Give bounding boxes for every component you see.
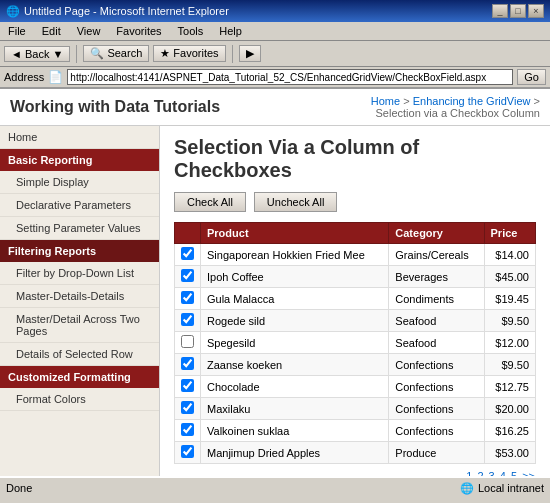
sidebar-item-setting-parameter-values[interactable]: Setting Parameter Values <box>0 217 159 240</box>
toolbar-separator2 <box>232 45 233 63</box>
row-checkbox[interactable] <box>181 247 194 260</box>
menu-view[interactable]: View <box>73 24 105 38</box>
product-category: Confections <box>389 354 484 376</box>
table-row: Ipoh CoffeeBeverages$45.00 <box>175 266 536 288</box>
table-row: SpegesildSeafood$12.00 <box>175 332 536 354</box>
check-all-button[interactable]: Check All <box>174 192 246 212</box>
page-next-link[interactable]: >> <box>522 470 535 476</box>
menu-tools[interactable]: Tools <box>174 24 208 38</box>
row-checkbox[interactable] <box>181 445 194 458</box>
go-button[interactable]: Go <box>517 69 546 85</box>
favorites-button[interactable]: ★ Favorites <box>153 45 225 62</box>
row-checkbox[interactable] <box>181 291 194 304</box>
row-checkbox[interactable] <box>181 335 194 348</box>
sidebar-category-customized-formatting[interactable]: Customized Formatting <box>0 366 159 388</box>
breadcrumb-enhancing[interactable]: Enhancing the GridView <box>413 95 531 107</box>
product-name: Maxilaku <box>201 398 389 420</box>
status-text: Done <box>6 482 32 494</box>
product-category: Beverages <box>389 266 484 288</box>
product-price: $45.00 <box>484 266 535 288</box>
page-title: Selection Via a Column of Checkboxes <box>174 136 536 182</box>
sidebar-item-simple-display[interactable]: Simple Display <box>0 171 159 194</box>
table-row: Zaanse koekenConfections$9.50 <box>175 354 536 376</box>
menu-edit[interactable]: Edit <box>38 24 65 38</box>
menu-bar: File Edit View Favorites Tools Help <box>0 22 550 41</box>
product-name: Manjimup Dried Apples <box>201 442 389 464</box>
product-name: Zaanse koeken <box>201 354 389 376</box>
product-price: $20.00 <box>484 398 535 420</box>
sidebar-item-filter-dropdown[interactable]: Filter by Drop-Down List <box>0 262 159 285</box>
product-category: Confections <box>389 398 484 420</box>
product-price: $9.50 <box>484 310 535 332</box>
menu-help[interactable]: Help <box>215 24 246 38</box>
page-1-link[interactable]: 1 <box>466 470 472 476</box>
row-checkbox[interactable] <box>181 379 194 392</box>
media-button[interactable]: ▶ <box>239 45 261 62</box>
product-category: Confections <box>389 376 484 398</box>
sidebar-item-format-colors[interactable]: Format Colors <box>0 388 159 411</box>
row-checkbox[interactable] <box>181 357 194 370</box>
maximize-button[interactable]: □ <box>510 4 526 18</box>
sidebar-category-basic-reporting[interactable]: Basic Reporting <box>0 149 159 171</box>
product-price: $12.75 <box>484 376 535 398</box>
sidebar-item-master-detail-two-pages[interactable]: Master/Detail Across Two Pages <box>0 308 159 343</box>
product-category: Confections <box>389 420 484 442</box>
table-row: Manjimup Dried ApplesProduce$53.00 <box>175 442 536 464</box>
product-category: Seafood <box>389 332 484 354</box>
status-bar: Done 🌐 Local intranet <box>0 476 550 498</box>
table-row: Singaporean Hokkien Fried MeeGrains/Cere… <box>175 244 536 266</box>
product-name: Singaporean Hokkien Fried Mee <box>201 244 389 266</box>
product-name: Spegesild <box>201 332 389 354</box>
sidebar-item-declarative-parameters[interactable]: Declarative Parameters <box>0 194 159 217</box>
product-name: Ipoh Coffee <box>201 266 389 288</box>
row-checkbox[interactable] <box>181 423 194 436</box>
page-4-link[interactable]: 4 <box>500 470 506 476</box>
close-button[interactable]: × <box>528 4 544 18</box>
minimize-button[interactable]: _ <box>492 4 508 18</box>
breadcrumb-home[interactable]: Home <box>371 95 400 107</box>
window-controls[interactable]: _ □ × <box>492 4 544 18</box>
sidebar-category-filtering-reports[interactable]: Filtering Reports <box>0 240 159 262</box>
status-right: 🌐 Local intranet <box>460 482 544 495</box>
address-bar: Address 📄 Go <box>0 67 550 89</box>
address-input[interactable] <box>67 69 513 85</box>
product-price: $16.25 <box>484 420 535 442</box>
product-category: Produce <box>389 442 484 464</box>
page-5-link[interactable]: 5 <box>511 470 517 476</box>
page-icon: 📄 <box>48 70 63 84</box>
back-button[interactable]: ◄ Back ▼ <box>4 46 70 62</box>
uncheck-all-button[interactable]: Uncheck All <box>254 192 337 212</box>
table-row: Gula MalaccaCondiments$19.45 <box>175 288 536 310</box>
site-title: Working with Data Tutorials <box>10 98 220 116</box>
row-checkbox[interactable] <box>181 269 194 282</box>
product-price: $12.00 <box>484 332 535 354</box>
sidebar-item-details-selected-row[interactable]: Details of Selected Row <box>0 343 159 366</box>
toolbar-separator <box>76 45 77 63</box>
breadcrumb: Home > Enhancing the GridView > Selectio… <box>371 95 540 119</box>
search-button[interactable]: 🔍 Search <box>83 45 149 62</box>
globe-icon: 🌐 <box>460 482 474 495</box>
page-content: Selection Via a Column of Checkboxes Che… <box>160 126 550 476</box>
content-area: Working with Data Tutorials Home > Enhan… <box>0 89 550 476</box>
sidebar-item-master-details[interactable]: Master-Details-Details <box>0 285 159 308</box>
row-checkbox[interactable] <box>181 313 194 326</box>
breadcrumb-current: Selection via a Checkbox Column <box>376 107 540 119</box>
sidebar: Home Basic Reporting Simple Display Decl… <box>0 126 160 476</box>
table-header-category: Category <box>389 223 484 244</box>
pagination: 1 2 3 4 5 >> <box>174 470 536 476</box>
row-checkbox[interactable] <box>181 401 194 414</box>
product-category: Grains/Cereals <box>389 244 484 266</box>
table-header-price: Price <box>484 223 535 244</box>
page-header: Working with Data Tutorials Home > Enhan… <box>0 89 550 126</box>
page-2-link[interactable]: 2 <box>477 470 483 476</box>
sidebar-item-home[interactable]: Home <box>0 126 159 149</box>
menu-favorites[interactable]: Favorites <box>112 24 165 38</box>
table-row: MaxilakuConfections$20.00 <box>175 398 536 420</box>
table-row: Valkoinen suklaaConfections$16.25 <box>175 420 536 442</box>
menu-file[interactable]: File <box>4 24 30 38</box>
toolbar: ◄ Back ▼ 🔍 Search ★ Favorites ▶ <box>0 41 550 67</box>
product-name: Chocolade <box>201 376 389 398</box>
ie-logo-icon: 🌐 <box>6 5 20 18</box>
status-zone: Local intranet <box>478 482 544 494</box>
page-3-link[interactable]: 3 <box>489 470 495 476</box>
